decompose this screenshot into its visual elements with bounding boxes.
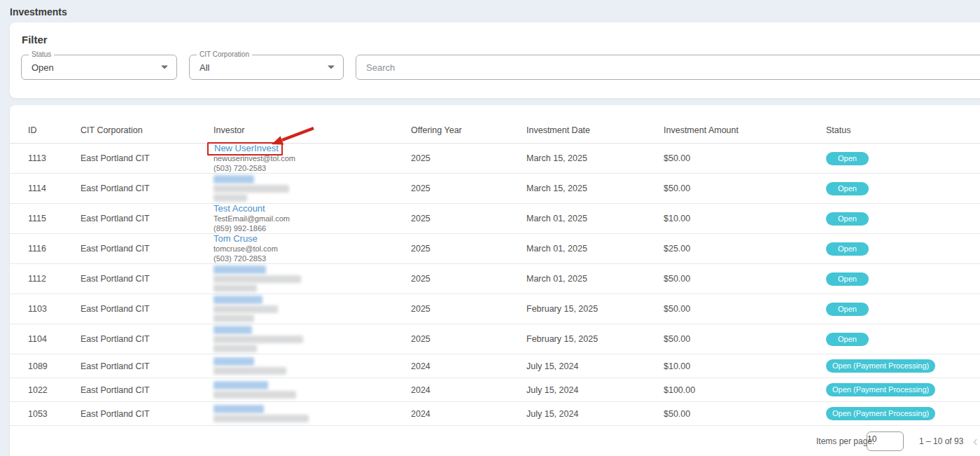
- cell-investment-amount: $25.00: [664, 244, 819, 254]
- chevron-down-icon: [328, 66, 335, 69]
- status-badge: Open: [826, 272, 869, 286]
- filter-card: Filter Status Open CIT Corporation All: [10, 22, 980, 98]
- cell-id: 1114: [28, 184, 80, 193]
- investor-redacted: [214, 296, 411, 322]
- cell-offering-year: 2025: [411, 184, 526, 193]
- cell-cit-corporation: East Portland CIT: [80, 385, 214, 395]
- cell-status: Open: [819, 242, 980, 256]
- status-badge: Open: [826, 333, 869, 346]
- table-header-row: ID CIT Corporation Investor Offering Yea…: [10, 105, 980, 144]
- status-badge: Open: [826, 182, 869, 195]
- cell-investment-date: July 15, 2024: [526, 361, 664, 371]
- chevron-down-icon: [161, 66, 168, 69]
- cell-investment-date: July 15, 2024: [526, 409, 664, 419]
- cell-investment-amount: $50.00: [664, 274, 819, 284]
- cell-investment-date: March 15, 2025: [526, 184, 664, 193]
- investor-email: TestEmail@gmail.com: [214, 214, 411, 223]
- cell-offering-year: 2025: [411, 214, 526, 223]
- cell-id: 1112: [28, 274, 80, 284]
- previous-page-icon[interactable]: ‹: [973, 434, 978, 448]
- cell-offering-year: 2024: [411, 409, 526, 419]
- cell-investment-date: March 15, 2025: [526, 153, 664, 163]
- cell-id: 1104: [28, 334, 80, 344]
- table-row: 1113 East Portland CIT New UserInvest ne…: [10, 144, 980, 174]
- cell-id: 1022: [28, 385, 80, 395]
- cell-status: Open: [819, 152, 980, 165]
- table-row: 1115 East Portland CIT Test Account Test…: [10, 204, 980, 234]
- investments-table-card: ID CIT Corporation Investor Offering Yea…: [10, 105, 980, 456]
- cell-investment-date: July 15, 2024: [526, 385, 664, 395]
- cell-status: Open: [819, 182, 980, 195]
- table-row: 1112 East Portland CIT 2025 March 01, 20…: [10, 264, 980, 294]
- cell-investment-date: February 15, 2025: [526, 334, 664, 344]
- cell-investment-amount: $10.00: [664, 361, 819, 371]
- column-header-investor: Investor: [214, 125, 411, 135]
- cell-cit-corporation: East Portland CIT: [80, 334, 214, 344]
- cit-corporation-select[interactable]: CIT Corporation All: [189, 55, 344, 80]
- cell-investor: [214, 403, 411, 424]
- status-badge: Open: [826, 303, 869, 316]
- table-row: 1116 East Portland CIT Tom Cruse tomcrus…: [10, 234, 980, 264]
- investor-redacted: [214, 265, 411, 292]
- cell-offering-year: 2025: [411, 153, 526, 163]
- column-header-id: ID: [28, 125, 80, 135]
- table-row: 1089 East Portland CIT 2024 July 15, 202…: [10, 354, 980, 378]
- status-badge: Open (Payment Processing): [826, 359, 935, 373]
- cell-id: 1089: [28, 361, 80, 371]
- cell-investment-amount: $50.00: [664, 334, 819, 344]
- cell-investment-amount: $50.00: [664, 153, 819, 163]
- cell-id: 1113: [28, 153, 80, 163]
- cell-investment-amount: $50.00: [664, 304, 819, 314]
- column-header-investment-date: Investment Date: [526, 125, 664, 135]
- cell-offering-year: 2025: [411, 304, 526, 314]
- annotation-target: Tom Cruse: [214, 234, 258, 244]
- status-badge: Open: [826, 212, 869, 226]
- investor-redacted: [214, 357, 411, 375]
- status-badge: Open: [826, 152, 869, 165]
- table-body: 1113 East Portland CIT New UserInvest ne…: [10, 144, 980, 426]
- cell-status: Open (Payment Processing): [819, 359, 980, 373]
- status-badge: Open: [826, 242, 869, 256]
- investor-phone: (503) 720-2853: [214, 254, 411, 263]
- cell-status: Open: [819, 303, 980, 316]
- cell-cit-corporation: East Portland CIT: [80, 244, 214, 254]
- cell-cit-corporation: East Portland CIT: [80, 153, 214, 163]
- cell-offering-year: 2025: [411, 274, 526, 284]
- status-select[interactable]: Status Open: [21, 55, 177, 80]
- cell-cit-corporation: East Portland CIT: [80, 214, 214, 223]
- cell-investor: [214, 264, 411, 293]
- investor-link[interactable]: Tom Cruse: [214, 233, 258, 244]
- table-row: 1022 East Portland CIT 2024 July 15, 202…: [10, 378, 980, 402]
- cell-id: 1103: [28, 304, 80, 314]
- cell-status: Open (Payment Processing): [819, 407, 980, 420]
- cell-id: 1053: [28, 409, 80, 419]
- filter-heading: Filter: [22, 34, 48, 46]
- cell-investor: New UserInvest newuserinvest@tol.com (50…: [214, 144, 411, 173]
- cell-status: Open: [819, 212, 980, 226]
- items-per-page-select[interactable]: 10: [867, 431, 904, 451]
- cell-cit-corporation: East Portland CIT: [80, 184, 214, 193]
- cell-cit-corporation: East Portland CIT: [80, 274, 214, 284]
- cell-offering-year: 2025: [411, 244, 526, 254]
- items-per-page-value: 10: [867, 434, 876, 444]
- column-header-investment-amount: Investment Amount: [664, 125, 819, 135]
- table-row: 1104 East Portland CIT 2025 February 15,…: [10, 324, 980, 354]
- cell-cit-corporation: East Portland CIT: [80, 361, 214, 371]
- search-input[interactable]: [356, 55, 980, 79]
- status-select-label: Status: [29, 50, 54, 58]
- investor-phone: (503) 720-2583: [214, 163, 411, 173]
- status-badge: Open (Payment Processing): [826, 383, 935, 396]
- page-title: Investments: [10, 6, 67, 18]
- investor-redacted: [214, 381, 411, 399]
- cell-investment-amount: $100.00: [664, 385, 819, 395]
- cell-investment-date: March 01, 2025: [526, 244, 664, 254]
- cell-id: 1116: [28, 244, 80, 254]
- cell-offering-year: 2024: [411, 361, 526, 371]
- investor-phone: (859) 992-1866: [214, 223, 411, 233]
- investor-link[interactable]: Test Account: [214, 203, 265, 214]
- table-row: 1103 East Portland CIT 2025 February 15,…: [10, 294, 980, 324]
- column-header-cit-corporation: CIT Corporation: [80, 125, 214, 135]
- cell-id: 1115: [28, 214, 80, 223]
- cell-status: Open (Payment Processing): [819, 383, 980, 396]
- investor-link[interactable]: New UserInvest: [214, 143, 279, 153]
